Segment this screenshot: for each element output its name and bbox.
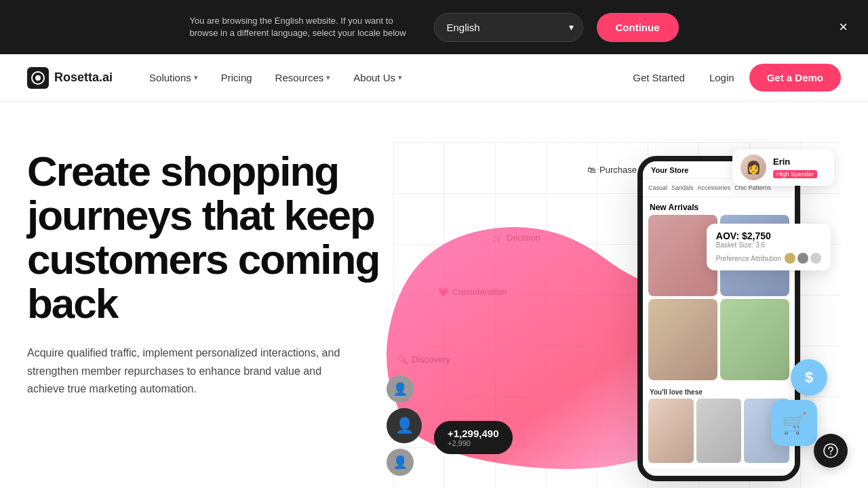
- continue-button[interactable]: Continue: [597, 13, 679, 42]
- hero-visualization: 🛍 Purchase 🛒 Decision 💗 Consideration 🔍 …: [393, 142, 841, 488]
- language-selector[interactable]: English Français Deutsch 日本語 ▾: [434, 13, 583, 42]
- user-count: +1,299,490: [448, 428, 499, 439]
- cart-icon: 🛒: [771, 400, 817, 446]
- rec-product-item: [648, 399, 694, 463]
- banner-message: You are browsing the English website. If…: [190, 15, 420, 39]
- chevron-icon: ▾: [194, 73, 198, 82]
- nav-resources[interactable]: Resources ▾: [266, 66, 340, 89]
- user-count-sub: +2,990: [448, 439, 499, 447]
- navbar: Rosetta.ai Solutions ▾ Pricing Resources…: [0, 54, 868, 102]
- logo-text: Rosetta.ai: [54, 70, 113, 85]
- erin-name: Erin: [773, 157, 817, 167]
- recommendations-title: You'll love these: [643, 386, 795, 399]
- logo-icon: [27, 67, 49, 89]
- hero-section: Create shopping journeys that keep custo…: [0, 102, 868, 488]
- user-count-badge: +1,299,490 +2,990: [434, 421, 513, 454]
- svg-point-3: [830, 453, 831, 455]
- login-link[interactable]: Login: [700, 66, 744, 89]
- aov-value: AOV: $2,750: [716, 230, 821, 241]
- phone-store-name: Your Store: [651, 166, 688, 174]
- logo[interactable]: Rosetta.ai: [27, 67, 113, 89]
- product-item: [648, 299, 717, 380]
- chevron-icon: ▾: [326, 73, 330, 82]
- product-item: [720, 299, 789, 380]
- aov-card: AOV: $2,750 Basket Size: 3.6 Preference …: [707, 224, 831, 270]
- pref-dot-1: [785, 253, 795, 264]
- erin-info: Erin High Spender: [773, 157, 817, 179]
- pref-dot-2: [797, 253, 808, 264]
- nav-right: Get Started Login Get a Demo: [623, 64, 841, 92]
- funnel-purchase: 🛍 Purchase: [583, 163, 641, 177]
- preference-label: Preference Attribution: [716, 255, 781, 262]
- dollar-icon: $: [791, 359, 827, 396]
- rec-product-item: [696, 399, 742, 463]
- user-bubble: 👤: [387, 449, 414, 476]
- chevron-icon: ▾: [398, 73, 402, 82]
- nav-links: Solutions ▾ Pricing Resources ▾ About Us…: [140, 66, 603, 89]
- high-spender-badge: High Spender: [773, 170, 817, 178]
- user-bubbles: 👤 👤 👤: [387, 375, 422, 481]
- user-bubble: 👤: [387, 375, 414, 403]
- nav-solutions[interactable]: Solutions ▾: [140, 66, 208, 89]
- hero-subtitle: Acquire qualified traffic, implement per…: [27, 344, 353, 398]
- preference-row: Preference Attribution: [716, 253, 821, 264]
- erin-avatar: 👩: [741, 155, 766, 180]
- language-banner: You are browsing the English website. If…: [0, 0, 868, 54]
- hero-content: Create shopping journeys that keep custo…: [27, 142, 407, 399]
- svg-point-2: [824, 444, 837, 458]
- hero-title: Create shopping journeys that keep custo…: [27, 149, 407, 325]
- help-button[interactable]: [814, 434, 848, 468]
- nav-about[interactable]: About Us ▾: [344, 66, 412, 89]
- basket-size: Basket Size: 3.6: [716, 241, 821, 249]
- get-demo-button[interactable]: Get a Demo: [749, 64, 841, 92]
- preference-dots: [785, 253, 821, 264]
- purchase-icon: 🛍: [587, 165, 596, 175]
- get-started-link[interactable]: Get Started: [623, 66, 694, 89]
- new-arrivals-title: New Arrivals: [643, 197, 795, 215]
- user-bubble-large: 👤: [387, 408, 422, 443]
- pref-dot-3: [810, 253, 821, 264]
- language-dropdown[interactable]: English Français Deutsch 日本語: [434, 13, 583, 42]
- user-card-erin: 👩 Erin High Spender: [732, 149, 834, 186]
- svg-point-1: [35, 75, 41, 81]
- close-icon[interactable]: ×: [839, 20, 848, 35]
- nav-pricing[interactable]: Pricing: [212, 66, 262, 89]
